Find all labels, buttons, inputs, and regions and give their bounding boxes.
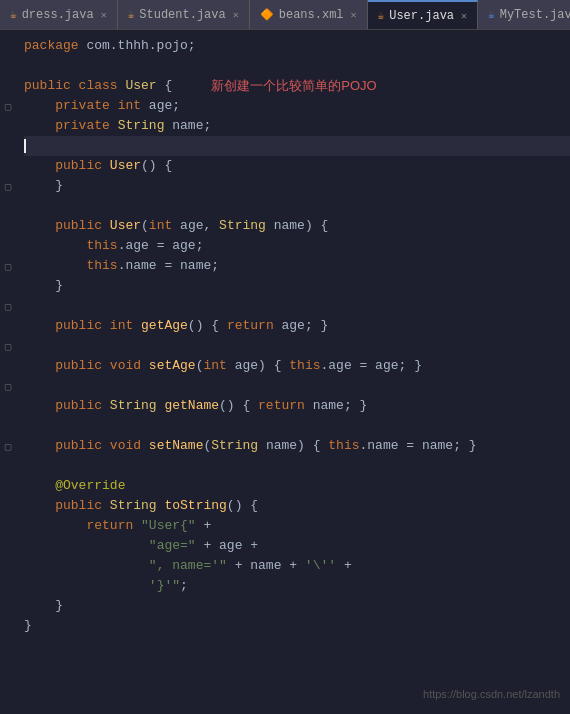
fold-2 (0, 56, 16, 76)
kw-int3: int (110, 316, 141, 336)
tab-label: Student.java (139, 8, 225, 22)
fold-15 (0, 316, 16, 336)
var-age: age; (149, 96, 180, 116)
indent (24, 276, 55, 296)
close-icon[interactable]: ✕ (233, 9, 239, 21)
tab-mytest-java[interactable]: ☕ MyTest.java ✕ (478, 0, 570, 30)
fold-5 (0, 116, 16, 136)
java-icon: ☕ (128, 8, 135, 21)
indent (24, 436, 55, 456)
editor-window: ☕ dress.java ✕ ☕ Student.java ✕ 🔶 beans.… (0, 0, 570, 714)
fold-icon[interactable]: ▢ (5, 180, 12, 193)
parens: () { (141, 156, 172, 176)
fold-gutter: ▢ ▢ ▢ ▢ ▢ ▢ (0, 30, 16, 714)
fold-icon[interactable]: ▢ (5, 100, 12, 113)
open-brace: { (164, 76, 211, 96)
code-line-2 (24, 56, 570, 76)
indent (24, 596, 55, 616)
fold-icon[interactable]: ▢ (5, 300, 12, 313)
indent (24, 496, 55, 516)
close-icon[interactable]: ✕ (351, 9, 357, 21)
param-age2: age) { (235, 356, 290, 376)
kw-int: int (118, 96, 149, 116)
fold-icon[interactable]: ▢ (5, 340, 12, 353)
plus1: + (196, 516, 212, 536)
kw-int2: int (149, 216, 180, 236)
parens2: () { (188, 316, 227, 336)
kw-public8: public (55, 496, 110, 516)
fold-20 (0, 416, 16, 436)
close-brace2: } (55, 276, 63, 296)
code-line-27: ", name='" + name + '\'' + (24, 556, 570, 576)
tab-dress-java[interactable]: ☕ dress.java ✕ (0, 0, 118, 30)
indent3 (24, 536, 149, 556)
code-line-25: return "User{" + (24, 516, 570, 536)
kw-int4: int (203, 356, 234, 376)
comment-chinese: 新创建一个比较简单的POJO (211, 76, 376, 96)
code-line-15: public int getAge () { return age; } (24, 316, 570, 336)
fold-9 (0, 196, 16, 216)
fold-18: ▢ (0, 376, 16, 396)
code-line-20 (24, 416, 570, 436)
indent2 (24, 236, 86, 256)
tab-user-java[interactable]: ☕ User.java ✕ (368, 0, 478, 30)
close-icon[interactable]: ✕ (461, 10, 467, 22)
indent (24, 116, 55, 136)
kw-private: private (55, 96, 117, 116)
fold-25 (0, 516, 16, 536)
fold-icon[interactable]: ▢ (5, 380, 12, 393)
fold-6 (0, 136, 16, 156)
kw-public7: public (55, 436, 110, 456)
code-line-3: public class User { 新创建一个比较简单的POJO (24, 76, 570, 96)
java-icon: ☕ (10, 8, 17, 21)
code-line-4: private int age; (24, 96, 570, 116)
close-icon[interactable]: ✕ (101, 9, 107, 21)
fold-12: ▢ (0, 256, 16, 276)
code-line-19: public String getName () { return name; … (24, 396, 570, 416)
fold-7 (0, 156, 16, 176)
code-editor[interactable]: package com.thhh.pojo; public class User… (16, 30, 570, 714)
semicolon: ; (180, 576, 188, 596)
var-name2: name; } (313, 396, 368, 416)
fold-22 (0, 456, 16, 476)
method-setname: setName (149, 436, 204, 456)
fold-4: ▢ (0, 96, 16, 116)
java-icon: ☕ (378, 9, 385, 22)
code-line-21: public void setName ( String name) { thi… (24, 436, 570, 456)
fold-icon[interactable]: ▢ (5, 440, 12, 453)
kw-this: this (86, 236, 117, 256)
code-line-6 (24, 136, 570, 156)
code-line-24: public String toString () { (24, 496, 570, 516)
fold-26 (0, 536, 16, 556)
fold-27 (0, 556, 16, 576)
method-user-constructor2: User (110, 216, 141, 236)
kw-private2: private (55, 116, 117, 136)
code-line-23: @Override (24, 476, 570, 496)
fold-icon[interactable]: ▢ (5, 260, 12, 273)
code-line-10: public User ( int age, String name) { (24, 216, 570, 236)
fold-11 (0, 236, 16, 256)
str-user: "User{" (141, 516, 196, 536)
code-line-18 (24, 376, 570, 396)
tab-beans-xml[interactable]: 🔶 beans.xml ✕ (250, 0, 368, 30)
dot-name: .name = name; (118, 256, 219, 276)
parens6: () { (227, 496, 258, 516)
fold-1 (0, 36, 16, 56)
tab-bar: ☕ dress.java ✕ ☕ Student.java ✕ 🔶 beans.… (0, 0, 570, 30)
tab-label: beans.xml (279, 8, 344, 22)
kw-this3: this (289, 356, 320, 376)
indent (24, 96, 55, 116)
method-tostring: toString (164, 496, 226, 516)
parens3: ( (196, 356, 204, 376)
fold-19 (0, 396, 16, 416)
type-string: String (118, 116, 173, 136)
indent (24, 476, 55, 496)
code-line-26: "age=" + age + (24, 536, 570, 556)
java-icon: ☕ (488, 8, 495, 21)
kw-public6: public (55, 396, 110, 416)
tab-student-java[interactable]: ☕ Student.java ✕ (118, 0, 250, 30)
plus4: + (336, 556, 352, 576)
kw-void2: void (110, 436, 149, 456)
paren-open: ( (141, 216, 149, 236)
tab-label: MyTest.java (500, 8, 570, 22)
